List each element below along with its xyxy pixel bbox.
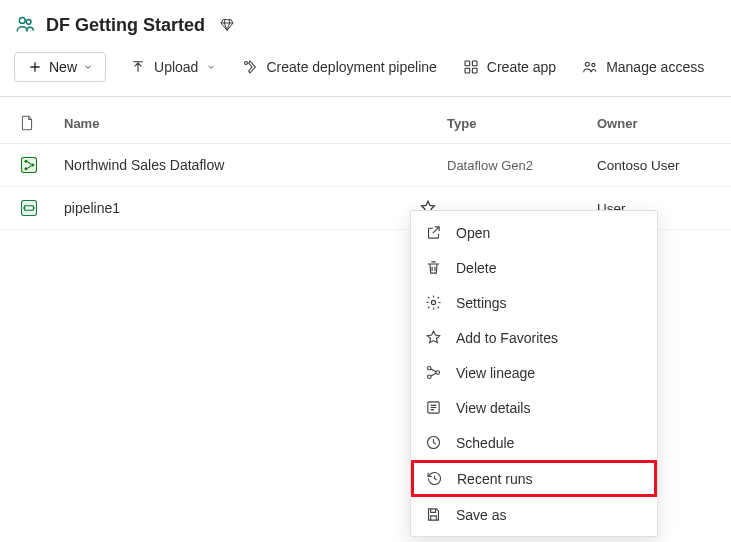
- upload-label: Upload: [154, 59, 198, 75]
- pipeline-icon: [20, 199, 64, 217]
- menu-label: View lineage: [456, 365, 535, 381]
- svg-point-2: [245, 62, 248, 65]
- col-type-header[interactable]: Type: [447, 116, 597, 131]
- page-title: DF Getting Started: [46, 15, 205, 36]
- menu-label: View details: [456, 400, 530, 416]
- svg-rect-5: [465, 68, 470, 73]
- workspace-header: DF Getting Started: [0, 0, 731, 46]
- manage-access-label: Manage access: [606, 59, 704, 75]
- toolbar: New Upload Create deployment pipeline Cr…: [0, 46, 731, 97]
- table-row[interactable]: Northwind Sales Dataflow Dataflow Gen2 C…: [0, 144, 731, 187]
- create-app-button[interactable]: Create app: [461, 55, 558, 79]
- menu-view-details[interactable]: View details: [411, 390, 657, 425]
- new-label: New: [49, 59, 77, 75]
- row-name[interactable]: pipeline1: [64, 199, 447, 217]
- menu-delete[interactable]: Delete: [411, 250, 657, 285]
- svg-point-0: [19, 17, 25, 23]
- row-name[interactable]: Northwind Sales Dataflow: [64, 157, 447, 173]
- svg-point-7: [585, 62, 589, 66]
- menu-label: Delete: [456, 260, 496, 276]
- menu-open[interactable]: Open: [411, 215, 657, 250]
- menu-label: Recent runs: [457, 471, 532, 487]
- manage-access-button[interactable]: Manage access: [580, 55, 706, 79]
- svg-rect-3: [465, 61, 470, 66]
- menu-label: Settings: [456, 295, 507, 311]
- menu-settings[interactable]: Settings: [411, 285, 657, 320]
- svg-point-16: [427, 366, 431, 370]
- svg-point-8: [592, 63, 595, 66]
- menu-schedule[interactable]: Schedule: [411, 425, 657, 460]
- menu-label: Schedule: [456, 435, 514, 451]
- menu-recent-runs[interactable]: Recent runs: [411, 460, 657, 497]
- col-icon-header: [20, 115, 64, 131]
- create-pipeline-button[interactable]: Create deployment pipeline: [240, 55, 438, 79]
- svg-point-11: [25, 167, 28, 170]
- menu-view-lineage[interactable]: View lineage: [411, 355, 657, 390]
- menu-label: Add to Favorites: [456, 330, 558, 346]
- menu-save-as[interactable]: Save as: [411, 497, 657, 532]
- col-name-header[interactable]: Name: [64, 116, 447, 131]
- svg-point-17: [427, 375, 431, 379]
- menu-add-favorites[interactable]: Add to Favorites: [411, 320, 657, 355]
- new-button[interactable]: New: [14, 52, 106, 82]
- table-header: Name Type Owner: [0, 97, 731, 144]
- row-type: Dataflow Gen2: [447, 158, 597, 173]
- svg-point-15: [431, 300, 435, 304]
- svg-point-1: [26, 19, 31, 24]
- row-owner: Contoso User: [597, 158, 717, 173]
- menu-label: Save as: [456, 507, 507, 523]
- row-name-text: pipeline1: [64, 200, 419, 216]
- svg-point-18: [436, 371, 440, 375]
- col-owner-header[interactable]: Owner: [597, 116, 717, 131]
- svg-rect-6: [472, 68, 477, 73]
- context-menu: Open Delete Settings Add to Favorites Vi…: [410, 210, 658, 537]
- svg-point-10: [25, 160, 28, 163]
- svg-rect-4: [472, 61, 477, 66]
- upload-button[interactable]: Upload: [128, 55, 218, 79]
- workspace-icon: [14, 14, 36, 36]
- premium-diamond-icon: [219, 17, 235, 33]
- menu-label: Open: [456, 225, 490, 241]
- svg-point-12: [31, 164, 34, 167]
- create-pipeline-label: Create deployment pipeline: [266, 59, 436, 75]
- create-app-label: Create app: [487, 59, 556, 75]
- dataflow-icon: [20, 156, 64, 174]
